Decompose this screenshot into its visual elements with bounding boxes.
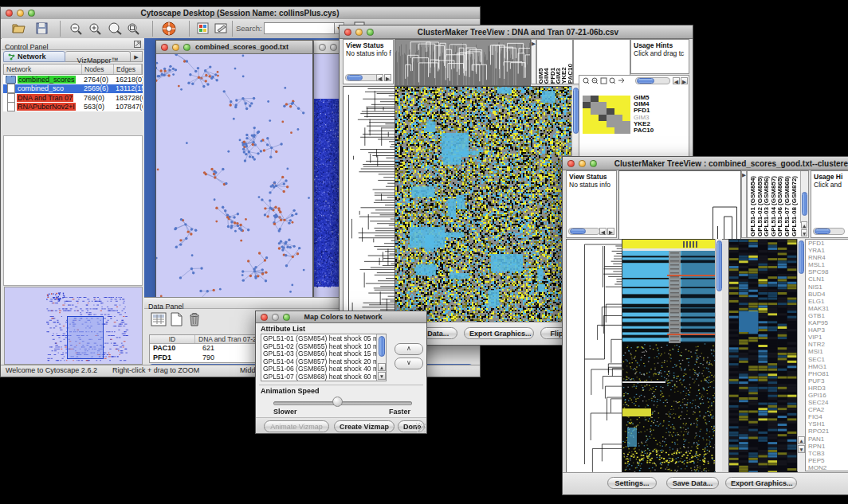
scroll-down-icon[interactable]: ▼	[801, 229, 807, 236]
treeview2-titlebar[interactable]: ClusterMaker TreeView : combined_scores_…	[563, 157, 848, 170]
tv2-gene-label[interactable]: PAN1	[808, 436, 848, 443]
map-dialog-titlebar[interactable]: Map Colors to Network	[256, 311, 426, 323]
tv1-export-graphics-button[interactable]: Export Graphics...	[464, 327, 534, 339]
tab-overflow-button[interactable]: ▶	[131, 51, 143, 62]
close-button[interactable]	[319, 44, 326, 51]
tv2-gene-label[interactable]: HRD3	[808, 385, 848, 392]
tv2-zoom-heatmap-canvas[interactable]	[728, 239, 798, 473]
col-network[interactable]: Network	[4, 64, 82, 74]
tv2-gene-label[interactable]: KAP95	[808, 319, 848, 326]
tv2-save-data-button[interactable]: Save Data...	[666, 477, 719, 489]
close-button[interactable]	[6, 10, 13, 17]
tv1-gene-label[interactable]: PAC10	[634, 127, 654, 134]
tv2-gene-label[interactable]: CLN1	[808, 275, 848, 283]
close-button[interactable]	[344, 29, 351, 36]
tv2-gene-label[interactable]: PHO81	[808, 370, 848, 377]
tv2-gene-label[interactable]: CPA2	[808, 406, 848, 413]
scroll-left-icon[interactable]: ◀	[376, 74, 383, 81]
zoom-selected-icon[interactable]	[127, 22, 140, 36]
tv2-settings-button[interactable]: Settings...	[607, 477, 657, 489]
scroll-right-icon[interactable]: ▶	[384, 74, 391, 81]
tv1-zoom-matrix-canvas[interactable]	[583, 96, 630, 134]
tv2-export-graphics-button[interactable]: Export Graphics...	[725, 477, 797, 489]
vizmapper-icon[interactable]	[197, 22, 209, 34]
search-input[interactable]	[264, 22, 336, 34]
treeview1-titlebar[interactable]: ClusterMaker TreeView : DNA and Tran 07-…	[340, 25, 693, 39]
tv2-gene-label[interactable]: YRA1	[808, 247, 848, 254]
tv2-gene-label[interactable]: NIS1	[808, 283, 848, 291]
expand-right-icon[interactable]: ▶	[532, 40, 536, 47]
tv1-zoom-hscrollbar[interactable]	[635, 77, 670, 84]
tv2-zoom-vscrollbar[interactable]: ▲ ▼	[797, 239, 805, 471]
close-button[interactable]	[261, 314, 268, 321]
tv1-status-scrollbar[interactable]	[345, 74, 379, 81]
tv2-gene-label[interactable]: HMG1	[808, 363, 848, 370]
close-button[interactable]	[161, 44, 168, 51]
tv2-usage-scrollbar[interactable]	[813, 228, 845, 235]
zoom-button[interactable]	[367, 29, 374, 36]
network-row[interactable]: DNA and Tran 07 769(0) 183728(0)	[3, 93, 143, 103]
minimize-button[interactable]	[579, 160, 586, 167]
attribute-list-vscroll[interactable]: ▲ ▼	[376, 334, 386, 381]
tv2-gene-label[interactable]: HAP3	[808, 326, 848, 334]
float-panel-icon[interactable]	[134, 41, 141, 48]
tv1-row-dendrogram-canvas[interactable]	[343, 86, 395, 323]
minimize-button[interactable]	[272, 314, 279, 321]
tab-vizmapper[interactable]: VizMapper™	[65, 51, 131, 62]
network-row[interactable]: RNAPuberNov2+I 563(0) 107847(0)	[3, 103, 143, 112]
tv2-column-dendrogram-canvas[interactable]	[618, 170, 741, 240]
zoom-button[interactable]	[283, 314, 290, 321]
tv2-gene-label[interactable]: ELG1	[808, 298, 848, 305]
zoom-out-small-icon[interactable]	[583, 77, 590, 84]
resize-grip[interactable]	[416, 423, 426, 432]
tv2-gene-label[interactable]: PEP5	[808, 457, 848, 464]
zoom-fit-small-icon[interactable]	[609, 77, 616, 84]
tv2-gene-label[interactable]: RPN1	[808, 443, 848, 450]
minimize-button[interactable]	[330, 44, 337, 51]
new-document-icon[interactable]	[171, 312, 183, 326]
tv2-row-dendrogram-canvas[interactable]	[566, 239, 623, 473]
tv2-gene-label[interactable]: YSH1	[808, 420, 848, 428]
tab-network[interactable]: Network	[3, 51, 65, 62]
zoom-button[interactable]	[590, 160, 597, 167]
scroll-up-icon[interactable]: ▲	[801, 221, 807, 229]
animation-slider-track[interactable]	[273, 401, 412, 405]
tv2-gene-label[interactable]: MSI1	[808, 348, 848, 355]
create-vizmap-button[interactable]: Create Vizmap	[334, 420, 395, 432]
birdseye-overview-canvas[interactable]	[4, 287, 143, 365]
animate-vizmap-button[interactable]: Animate Vizmap	[264, 420, 329, 432]
tv2-gene-label[interactable]: MON2	[808, 464, 848, 471]
trash-icon[interactable]	[188, 311, 201, 326]
tv2-gene-label[interactable]: RPO21	[808, 428, 848, 435]
window-a-titlebar[interactable]: combined_scores_good.txt--cluste...	[156, 41, 312, 54]
scroll-up-icon[interactable]: ▲	[798, 436, 805, 444]
tv2-heatmap-canvas[interactable]	[622, 239, 716, 473]
zoom-home-small-icon[interactable]	[600, 77, 607, 84]
network-view-a-canvas[interactable]	[156, 54, 311, 303]
zoom-fit-icon[interactable]	[108, 22, 123, 36]
tv2-gene-label[interactable]: FIG4	[808, 413, 848, 420]
minimize-button[interactable]	[17, 10, 24, 17]
minimize-button[interactable]	[355, 29, 363, 36]
open-file-icon[interactable]	[12, 22, 26, 34]
tv2-gene-label[interactable]: RNR4	[808, 254, 848, 261]
scroll-right-icon[interactable]: ▶	[681, 77, 688, 84]
attribute-item[interactable]: GPL51-07 (GSM868) heat shock 60 min	[261, 373, 375, 381]
scroll-up-icon[interactable]: ▲	[378, 363, 386, 371]
tv1-column-dendrogram-canvas[interactable]	[395, 39, 531, 86]
tv2-heatmap-vscrollbar[interactable]	[715, 239, 722, 471]
tv2-gene-label[interactable]: MAK31	[808, 305, 848, 312]
tv2-gene-label[interactable]: GPI16	[808, 392, 848, 399]
tv2-gene-label[interactable]: SPC98	[808, 268, 848, 275]
tv2-gene-label[interactable]: PFD1	[808, 240, 848, 247]
expand-right-icon[interactable]: ▶	[742, 171, 746, 178]
col-nodes[interactable]: Nodes	[82, 64, 114, 74]
tv2-status-scrollbar[interactable]	[568, 228, 600, 235]
tv2-gene-label[interactable]: TCB3	[808, 450, 848, 457]
main-titlebar[interactable]: Cytoscape Desktop (Session Name: collins…	[1, 7, 480, 20]
data-col-id[interactable]: ID	[150, 335, 195, 343]
zoom-in-small-icon[interactable]	[591, 77, 599, 84]
tv2-gene-label[interactable]: MSL1	[808, 261, 848, 268]
close-button[interactable]	[567, 160, 575, 167]
col-edges[interactable]: Edges	[114, 64, 142, 74]
